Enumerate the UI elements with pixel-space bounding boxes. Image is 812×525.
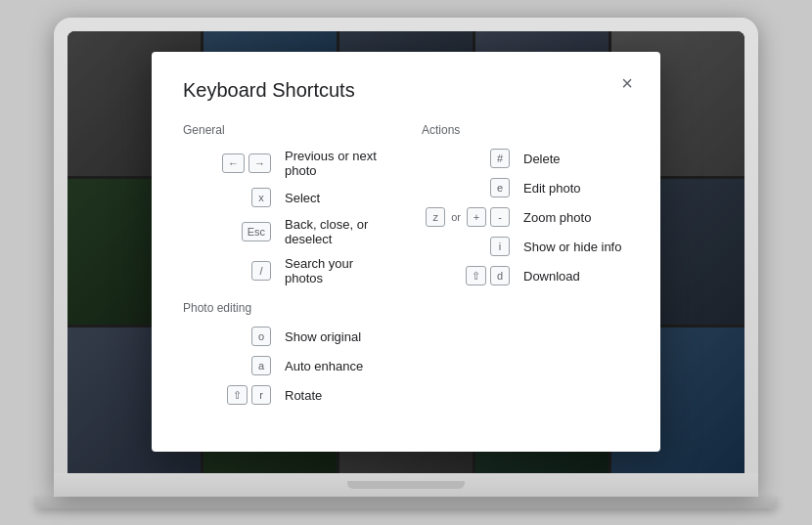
shortcut-row: # Delete xyxy=(422,149,629,168)
actions-section: Actions # Delete xyxy=(422,123,629,285)
shortcut-desc: Auto enhance xyxy=(285,359,363,373)
shortcut-row: o Show original xyxy=(183,327,390,346)
key-minus: - xyxy=(490,207,510,227)
close-button[interactable]: × xyxy=(613,69,641,97)
laptop-outer: Keyboard Shortcuts × General xyxy=(54,18,758,497)
key-esc: Esc xyxy=(242,222,271,241)
shortcut-keys: e xyxy=(422,178,510,197)
key-plus: + xyxy=(467,207,486,227)
keyboard-shortcuts-dialog: Keyboard Shortcuts × General xyxy=(152,52,660,452)
shortcut-row: Esc Back, close, or deselect xyxy=(183,217,390,246)
key-left-arrow: ← xyxy=(222,153,245,173)
shortcut-desc: Download xyxy=(523,269,580,284)
key-x: x xyxy=(251,188,271,207)
key-r: r xyxy=(251,385,271,405)
shortcut-row: / Search your photos xyxy=(183,256,390,285)
laptop-stand xyxy=(34,497,778,508)
shortcut-row: ⇧ r Rotate xyxy=(183,385,390,405)
shortcut-keys: o xyxy=(183,327,271,346)
key-shift: ⇧ xyxy=(227,385,248,405)
shortcut-keys: Esc xyxy=(183,222,271,241)
shortcut-desc: Edit photo xyxy=(523,181,581,196)
shortcut-keys: z or + - xyxy=(422,207,510,227)
shortcut-keys: x xyxy=(183,188,271,207)
shortcut-desc: Delete xyxy=(523,152,561,166)
key-right-arrow: → xyxy=(248,153,271,173)
shortcut-keys: i xyxy=(422,237,510,256)
dialog-title: Keyboard Shortcuts xyxy=(183,79,629,102)
laptop-base xyxy=(54,473,758,497)
shortcut-row: ⇧ d Download xyxy=(422,266,629,285)
key-e: e xyxy=(490,178,510,197)
key-hash: # xyxy=(490,149,510,168)
dialog-body: General ← → Previous or next photo xyxy=(183,123,629,420)
shortcut-desc: Rotate xyxy=(285,388,322,403)
shortcut-row: z or + - Zoom photo xyxy=(422,207,629,227)
shortcut-desc: Search your photos xyxy=(285,256,390,285)
key-shift-2: ⇧ xyxy=(466,266,486,285)
key-i: i xyxy=(490,237,510,256)
key-a: a xyxy=(251,356,271,375)
left-column: General ← → Previous or next photo xyxy=(183,123,390,420)
screen-bezel: Keyboard Shortcuts × General xyxy=(68,31,744,473)
shortcut-keys: ← → xyxy=(183,153,271,173)
shortcut-row: i Show or hide info xyxy=(422,237,629,256)
shortcut-keys: # xyxy=(422,149,510,168)
or-separator: or xyxy=(451,211,461,223)
shortcut-desc: Zoom photo xyxy=(523,210,591,225)
shortcut-desc: Select xyxy=(285,191,320,205)
photo-editing-section: Photo editing o Show original xyxy=(183,301,390,405)
general-section: General ← → Previous or next photo xyxy=(183,123,390,285)
shortcut-desc: Back, close, or deselect xyxy=(285,217,390,246)
shortcut-desc: Show or hide info xyxy=(523,240,621,254)
shortcut-row: e Edit photo xyxy=(422,178,629,197)
key-d: d xyxy=(490,266,510,285)
laptop-container: Keyboard Shortcuts × General xyxy=(34,18,778,508)
shortcut-row: x Select xyxy=(183,188,390,207)
photo-editing-section-title: Photo editing xyxy=(183,301,390,315)
shortcut-desc: Show original xyxy=(285,329,361,344)
key-o: o xyxy=(251,327,271,346)
shortcut-keys: ⇧ r xyxy=(183,385,271,405)
shortcut-keys: / xyxy=(183,261,271,281)
shortcut-keys: ⇧ d xyxy=(422,266,510,285)
screen: Keyboard Shortcuts × General xyxy=(68,31,744,473)
general-section-title: General xyxy=(183,123,390,137)
laptop-notch xyxy=(347,481,465,489)
key-slash: / xyxy=(251,261,271,281)
actions-section-title: Actions xyxy=(422,123,629,137)
shortcut-row: ← → Previous or next photo xyxy=(183,149,390,178)
shortcut-row: a Auto enhance xyxy=(183,356,390,375)
dialog-overlay: Keyboard Shortcuts × General xyxy=(68,31,744,473)
shortcut-keys: a xyxy=(183,356,271,375)
shortcut-desc: Previous or next photo xyxy=(285,149,390,178)
right-column: Actions # Delete xyxy=(422,123,629,420)
key-z: z xyxy=(426,207,445,227)
